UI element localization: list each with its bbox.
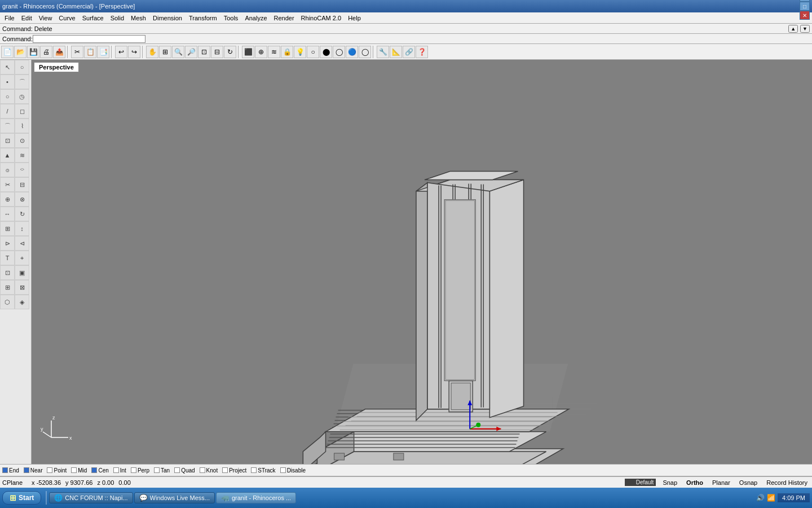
- point-tool[interactable]: •: [0, 75, 15, 89]
- ortho-btn[interactable]: Ortho: [684, 479, 705, 487]
- rotate-view-btn[interactable]: ↻: [224, 46, 236, 58]
- osnap-knot[interactable]: Knot: [200, 467, 218, 474]
- solid2-tool[interactable]: ◈: [15, 295, 29, 309]
- snap-btn[interactable]: ⬛: [242, 46, 254, 58]
- osnap-cb-end[interactable]: [2, 467, 8, 473]
- polyline-tool[interactable]: ⌒: [15, 75, 29, 89]
- menu-view[interactable]: View: [36, 14, 56, 23]
- start-button[interactable]: ⊞ Start: [2, 491, 41, 505]
- pan-btn[interactable]: ✋: [146, 46, 158, 58]
- menu-help[interactable]: Help: [345, 14, 364, 23]
- settings-btn[interactable]: 🔧: [377, 46, 389, 58]
- undo-btn[interactable]: ↩: [115, 46, 127, 58]
- split-tool[interactable]: ⊟: [15, 177, 29, 192]
- array-tool[interactable]: ⊲: [15, 236, 29, 251]
- osnap-near[interactable]: Near: [24, 467, 43, 474]
- circle3d-btn[interactable]: ⬤: [320, 46, 332, 58]
- menu-tools[interactable]: Tools: [220, 14, 242, 23]
- osnap-int[interactable]: Int: [113, 467, 126, 474]
- osnap-cb-quad[interactable]: [174, 467, 180, 473]
- surface2-tool[interactable]: ⊙: [15, 133, 29, 148]
- extrude-tool[interactable]: ▲: [0, 148, 15, 163]
- line-tool[interactable]: /: [0, 104, 15, 119]
- print-btn[interactable]: 🖨: [40, 46, 52, 58]
- menu-solid[interactable]: Solid: [107, 14, 127, 23]
- zoom-out-btn[interactable]: ⊟: [211, 46, 223, 58]
- osnap-disable[interactable]: Disable: [280, 467, 306, 474]
- osnap-cb-tan[interactable]: [154, 467, 160, 473]
- move-tool[interactable]: ↔: [0, 207, 15, 221]
- record-history-btn[interactable]: Record History: [764, 479, 810, 487]
- open-btn[interactable]: 📂: [14, 46, 27, 58]
- fillet-tool[interactable]: ⌾: [0, 163, 15, 177]
- trim-tool[interactable]: ✂: [0, 177, 15, 192]
- planar-btn[interactable]: Planar: [710, 479, 732, 487]
- osnap-btn[interactable]: Osnap: [737, 479, 760, 487]
- menu-rhinocam 2.0[interactable]: RhinoCAM 2.0: [298, 14, 345, 23]
- boolean-tool[interactable]: ⊕: [0, 192, 15, 207]
- osnap-cb-point[interactable]: [47, 467, 52, 473]
- curve-tool[interactable]: ⌒: [0, 119, 15, 133]
- cmd-expand-btn[interactable]: ▲: [788, 25, 798, 33]
- arc-tool[interactable]: ◷: [15, 89, 29, 104]
- menu-edit[interactable]: Edit: [18, 14, 36, 23]
- osnap-project[interactable]: Project: [222, 467, 246, 474]
- dim-tool[interactable]: ⌖: [15, 251, 29, 265]
- circle-tool[interactable]: ○: [0, 89, 15, 104]
- osnap-cb-near[interactable]: [24, 467, 29, 473]
- properties-tool[interactable]: ⊠: [15, 280, 29, 295]
- scale-tool[interactable]: ⊞: [0, 221, 15, 236]
- menu-render[interactable]: Render: [271, 14, 298, 23]
- layer-tool[interactable]: ⊞: [0, 280, 15, 295]
- osnap-end[interactable]: End: [2, 467, 19, 474]
- osnap-cb-mid[interactable]: [71, 467, 77, 473]
- menu-surface[interactable]: Surface: [79, 14, 107, 23]
- menu-dimension[interactable]: Dimension: [149, 14, 186, 23]
- blend-tool[interactable]: ⌔: [15, 163, 29, 177]
- boolean2-tool[interactable]: ⊗: [15, 192, 29, 207]
- rotate-tool[interactable]: ↻: [15, 207, 29, 221]
- menu-analyze[interactable]: Analyze: [241, 14, 270, 23]
- select-tool[interactable]: ↖: [0, 60, 15, 75]
- isocurves-btn[interactable]: ≋: [268, 46, 280, 58]
- select-tool2[interactable]: ○: [15, 60, 29, 75]
- osnap-cb-int[interactable]: [113, 467, 119, 473]
- cut-btn[interactable]: ✂: [71, 46, 83, 58]
- taskbar-item-windows-live-mess---[interactable]: 💬Windows Live Mess...: [134, 492, 215, 503]
- cmd-collapse-btn[interactable]: ▼: [800, 25, 810, 33]
- osnap-cb-disable[interactable]: [280, 467, 286, 473]
- curve2-tool[interactable]: ⌇: [15, 119, 29, 133]
- osnap-cb-project[interactable]: [222, 467, 228, 473]
- osnap-mid[interactable]: Mid: [71, 467, 87, 474]
- menu-transform[interactable]: Transform: [186, 14, 220, 23]
- mirror-tool[interactable]: ↕: [15, 221, 29, 236]
- save-btn[interactable]: 💾: [27, 46, 39, 58]
- rect-tool[interactable]: ◻: [15, 104, 29, 119]
- light-btn[interactable]: 💡: [294, 46, 306, 58]
- osnap-point[interactable]: Point: [47, 467, 67, 474]
- export-btn[interactable]: 📤: [53, 46, 65, 58]
- solid-tool[interactable]: ⬡: [0, 295, 15, 309]
- osnap-cb-strack[interactable]: [251, 467, 257, 473]
- close-button[interactable]: ✕: [800, 11, 810, 20]
- menu-file[interactable]: File: [1, 14, 18, 23]
- osnap-strack[interactable]: STrack: [251, 467, 275, 474]
- menu-mesh[interactable]: Mesh: [127, 14, 149, 23]
- offset-tool[interactable]: ⊳: [0, 236, 15, 251]
- render-btn[interactable]: ◯: [359, 46, 371, 58]
- redo-btn[interactable]: ↪: [128, 46, 140, 58]
- snap-btn[interactable]: Snap: [660, 479, 679, 487]
- link-btn[interactable]: 🔗: [403, 46, 415, 58]
- osnap-tan[interactable]: Tan: [154, 467, 170, 474]
- help-btn[interactable]: ❓: [416, 46, 428, 58]
- loft-tool[interactable]: ≋: [15, 148, 29, 163]
- measure-btn[interactable]: 📐: [390, 46, 402, 58]
- surface-tool[interactable]: ⊡: [0, 133, 15, 148]
- taskbar-item-granit---rhinoceros----[interactable]: 🦏granit - Rhinoceros ...: [216, 492, 296, 503]
- osnap-cen[interactable]: Cen: [91, 467, 108, 474]
- material-btn[interactable]: 🔵: [346, 46, 358, 58]
- cplane-btn[interactable]: ⊕: [255, 46, 267, 58]
- menu-curve[interactable]: Curve: [55, 14, 78, 23]
- viewport[interactable]: Perspective: [32, 60, 812, 464]
- zoom-ext-btn[interactable]: ⊞: [159, 46, 171, 58]
